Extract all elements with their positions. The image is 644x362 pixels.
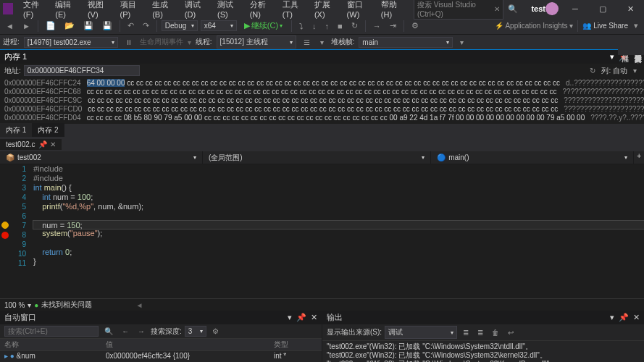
- stackframe-label: 堆栈帧:: [331, 37, 355, 47]
- no-issues-label: 未找到相关问题: [41, 300, 92, 310]
- save-all-icon[interactable]: 💾: [99, 20, 115, 32]
- menu-tools[interactable]: 工具(T): [278, 0, 309, 20]
- open-icon[interactable]: 📂: [62, 20, 78, 32]
- output-title: 输出: [327, 312, 343, 323]
- out-close-icon[interactable]: ✕: [633, 313, 640, 322]
- depth-combo[interactable]: 3▾: [185, 326, 206, 337]
- tab-close-icon[interactable]: ✕: [50, 140, 56, 148]
- stack-icon[interactable]: ▾: [317, 37, 327, 48]
- out-pin-icon[interactable]: 📌: [619, 313, 629, 322]
- memory-address-label: 地址:: [4, 66, 21, 76]
- output-from-label: 显示输出来源(S):: [327, 327, 382, 337]
- stop-icon[interactable]: ■: [335, 20, 346, 32]
- memory-address-input[interactable]: [24, 65, 140, 76]
- redo-icon[interactable]: ↷: [140, 20, 152, 32]
- memory-pin-icon[interactable]: ▾: [610, 52, 614, 62]
- live-share-button[interactable]: 👥 Live Share: [582, 22, 628, 30]
- nav-function-combo[interactable]: 🔵 main()▾: [431, 151, 634, 164]
- undo-icon[interactable]: ↶: [125, 20, 137, 32]
- zoom-level[interactable]: 100 %: [4, 301, 25, 309]
- editor-file-tab[interactable]: test002.c 📌 ✕: [0, 139, 62, 150]
- thread-label: 线程:: [196, 37, 212, 47]
- step-over-icon[interactable]: ⤵: [296, 20, 306, 32]
- menu-edit[interactable]: 编辑(E): [51, 0, 82, 20]
- minimize-button[interactable]: ─: [564, 0, 586, 17]
- cursor-icon[interactable]: ⇥: [387, 20, 399, 32]
- side-tab-properties[interactable]: 属性: [618, 43, 631, 56]
- auto-next-icon[interactable]: →: [135, 326, 148, 337]
- menu-help[interactable]: 帮助(H): [377, 0, 408, 20]
- output-from-combo[interactable]: 调试▾: [385, 326, 457, 339]
- depth-label: 搜索深度:: [151, 327, 182, 337]
- auto-row[interactable]: ▸ ● &num0x000000ef46cffc34 {100}int *: [0, 351, 322, 361]
- nav-add-icon[interactable]: +: [634, 151, 644, 164]
- continue-button[interactable]: ▶ 继续(C) ▾: [240, 19, 287, 33]
- close-button[interactable]: ✕: [619, 0, 641, 17]
- search-placeholder: 搜索 Visual Studio (Ctrl+Q): [417, 0, 494, 18]
- auto-prev-icon[interactable]: ←: [119, 326, 132, 337]
- menu-window[interactable]: 窗口(W): [343, 0, 375, 20]
- menu-extensions[interactable]: 扩展(X): [310, 0, 341, 20]
- restart-icon[interactable]: ↻: [348, 20, 361, 32]
- col-name-header[interactable]: 名称: [4, 340, 106, 350]
- out-clear-icon[interactable]: 🗑: [489, 327, 502, 338]
- auto-pin-icon[interactable]: 📌: [296, 313, 306, 322]
- solution-name: test: [531, 4, 545, 13]
- out-dropdown-icon[interactable]: ▾: [610, 313, 614, 322]
- nav-forward-icon[interactable]: ►: [20, 20, 33, 32]
- menu-debug[interactable]: 调试(D): [180, 0, 212, 20]
- memory-tab-1[interactable]: 内存 1: [0, 123, 32, 137]
- step-into-icon[interactable]: ↓: [309, 20, 319, 32]
- memory-refresh-icon[interactable]: ↻: [587, 65, 598, 76]
- auto-close-icon[interactable]: ✕: [311, 313, 317, 322]
- col-type-header[interactable]: 类型: [274, 340, 317, 350]
- config-combo[interactable]: Debug▾: [162, 20, 198, 31]
- auto-search-input[interactable]: [4, 326, 99, 337]
- thread-combo[interactable]: [15012] 主线程▾: [217, 35, 296, 49]
- quick-launch-search[interactable]: 搜索 Visual Studio (Ctrl+Q) ✕: [414, 0, 503, 20]
- memory-tab-2[interactable]: 内存 2: [32, 123, 64, 137]
- menu-file[interactable]: 文件(F): [19, 0, 49, 20]
- auto-tool-icon[interactable]: ⚙: [209, 326, 222, 337]
- nav-scope-combo[interactable]: (全局范围)▾: [203, 151, 431, 164]
- save-icon[interactable]: 💾: [80, 20, 96, 32]
- auto-search-icon[interactable]: 🔍: [101, 326, 116, 337]
- step-out-icon[interactable]: ↑: [322, 20, 333, 32]
- nav-project-combo[interactable]: 📦 test002▾: [0, 151, 203, 164]
- menu-view[interactable]: 视图(V): [83, 0, 114, 20]
- platform-combo[interactable]: x64▾: [201, 20, 237, 31]
- memory-panel-title: 内存 1: [4, 51, 27, 62]
- process-combo[interactable]: [14976] test002.exe▾: [24, 37, 118, 48]
- maximize-button[interactable]: ▢: [592, 0, 614, 17]
- menu-build[interactable]: 生成(B): [148, 0, 179, 20]
- new-project-icon[interactable]: 📄: [43, 20, 59, 32]
- col-value-header[interactable]: 值: [106, 340, 274, 350]
- search-icon[interactable]: 🔍: [508, 4, 518, 14]
- memory-hex-view[interactable]: 0x000000EF46CFFC2464 00 00 00 cc cc cc c…: [0, 77, 644, 124]
- thread-icon[interactable]: ☰: [301, 37, 313, 48]
- auto-dropdown-icon[interactable]: ▾: [288, 313, 292, 322]
- menu-test[interactable]: 测试(S): [213, 0, 244, 20]
- output-text[interactable]: "test002.exe"(Win32): 已加载 "C:\Windows\Sy…: [322, 341, 644, 362]
- out-tool2-icon[interactable]: ≣: [474, 327, 486, 338]
- out-tool1-icon[interactable]: ≣: [460, 327, 472, 338]
- menu-project[interactable]: 项目(P): [116, 0, 147, 20]
- lifecycle-label: 生命周期事件: [140, 37, 183, 47]
- out-wrap-icon[interactable]: ↩: [505, 327, 517, 338]
- toolbar-overflow-icon[interactable]: ▾: [631, 20, 641, 32]
- step-icon[interactable]: →: [370, 20, 384, 32]
- side-tab-solution-explorer[interactable]: 解决方案资源管理器: [631, 43, 644, 56]
- menu-analyze[interactable]: 分析(N): [246, 0, 277, 20]
- memory-cols-dropdown-icon[interactable]: ▾: [630, 65, 640, 76]
- scrollbar-left-icon[interactable]: ◄: [135, 301, 143, 309]
- app-insights-button[interactable]: ⚡ Application Insights ▾: [495, 22, 573, 30]
- lifecycle-icon[interactable]: ⏸: [122, 37, 135, 48]
- user-avatar[interactable]: [545, 2, 559, 15]
- code-editor[interactable]: 1234567891011 #include#includeint main()…: [0, 164, 644, 298]
- tool-icon[interactable]: ⚙: [409, 20, 422, 32]
- tab-pin-icon[interactable]: 📌: [38, 140, 47, 148]
- search-clear-icon[interactable]: ✕: [494, 5, 500, 13]
- debugbar-overflow-icon[interactable]: ▾: [457, 37, 467, 48]
- nav-back-icon[interactable]: ◄: [3, 20, 17, 32]
- stackframe-combo[interactable]: main▾: [359, 37, 453, 48]
